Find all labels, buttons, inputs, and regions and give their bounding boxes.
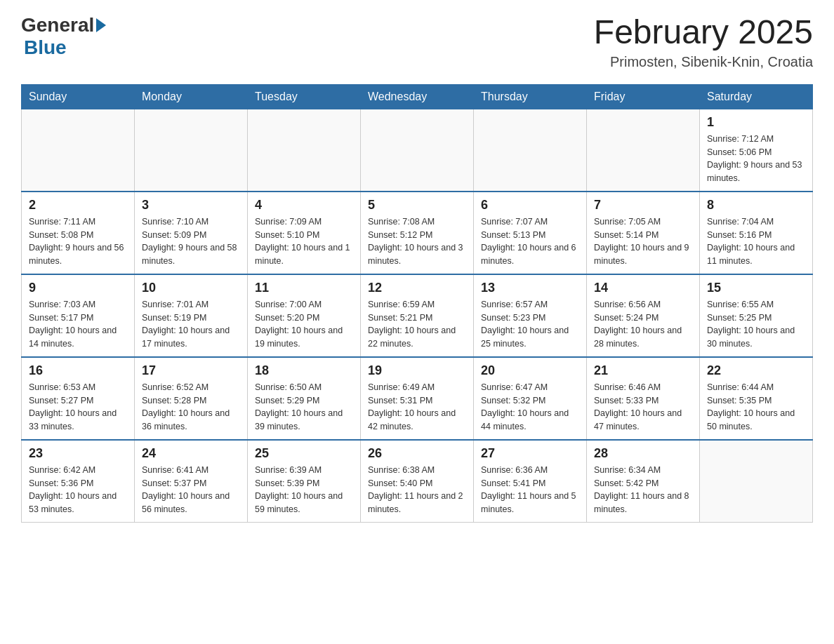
day-info-24: Sunrise: 6:41 AM Sunset: 5:37 PM Dayligh… bbox=[142, 464, 240, 516]
day-number-23: 23 bbox=[29, 446, 127, 461]
cell-week1-day1: 3Sunrise: 7:10 AM Sunset: 5:09 PM Daylig… bbox=[135, 192, 248, 274]
cell-week4-day3: 26Sunrise: 6:38 AM Sunset: 5:40 PM Dayli… bbox=[361, 440, 474, 523]
cell-week0-day2 bbox=[248, 109, 361, 192]
logo-text-general: General bbox=[21, 14, 94, 36]
cell-week1-day4: 6Sunrise: 7:07 AM Sunset: 5:13 PM Daylig… bbox=[474, 192, 587, 274]
day-info-2: Sunrise: 7:11 AM Sunset: 5:08 PM Dayligh… bbox=[29, 215, 127, 268]
week-row-0: 1Sunrise: 7:12 AM Sunset: 5:06 PM Daylig… bbox=[22, 109, 813, 192]
day-info-15: Sunrise: 6:55 AM Sunset: 5:25 PM Dayligh… bbox=[707, 298, 805, 351]
day-info-3: Sunrise: 7:10 AM Sunset: 5:09 PM Dayligh… bbox=[142, 215, 240, 268]
day-number-14: 14 bbox=[594, 281, 692, 295]
day-number-17: 17 bbox=[142, 363, 240, 378]
day-info-21: Sunrise: 6:46 AM Sunset: 5:33 PM Dayligh… bbox=[594, 381, 692, 434]
cell-week3-day0: 16Sunrise: 6:53 AM Sunset: 5:27 PM Dayli… bbox=[22, 357, 135, 440]
header-tuesday: Tuesday bbox=[248, 84, 361, 109]
day-info-12: Sunrise: 6:59 AM Sunset: 5:21 PM Dayligh… bbox=[368, 298, 466, 351]
cell-week0-day0 bbox=[22, 109, 135, 192]
day-number-1: 1 bbox=[707, 115, 805, 130]
cell-week2-day0: 9Sunrise: 7:03 AM Sunset: 5:17 PM Daylig… bbox=[22, 274, 135, 357]
cell-week3-day2: 18Sunrise: 6:50 AM Sunset: 5:29 PM Dayli… bbox=[248, 357, 361, 440]
cell-week4-day0: 23Sunrise: 6:42 AM Sunset: 5:36 PM Dayli… bbox=[22, 440, 135, 523]
day-number-26: 26 bbox=[368, 446, 466, 461]
day-info-8: Sunrise: 7:04 AM Sunset: 5:16 PM Dayligh… bbox=[707, 215, 805, 268]
day-info-5: Sunrise: 7:08 AM Sunset: 5:12 PM Dayligh… bbox=[368, 215, 466, 268]
cell-week3-day5: 21Sunrise: 6:46 AM Sunset: 5:33 PM Dayli… bbox=[587, 357, 700, 440]
cell-week1-day3: 5Sunrise: 7:08 AM Sunset: 5:12 PM Daylig… bbox=[361, 192, 474, 274]
cell-week3-day6: 22Sunrise: 6:44 AM Sunset: 5:35 PM Dayli… bbox=[700, 357, 813, 440]
cell-week4-day5: 28Sunrise: 6:34 AM Sunset: 5:42 PM Dayli… bbox=[587, 440, 700, 523]
day-number-4: 4 bbox=[255, 198, 353, 213]
day-number-7: 7 bbox=[594, 198, 692, 213]
cell-week4-day2: 25Sunrise: 6:39 AM Sunset: 5:39 PM Dayli… bbox=[248, 440, 361, 523]
day-number-10: 10 bbox=[142, 281, 240, 295]
day-number-12: 12 bbox=[368, 281, 466, 295]
cell-week0-day1 bbox=[135, 109, 248, 192]
header-row: Sunday Monday Tuesday Wednesday Thursday… bbox=[22, 84, 813, 109]
cell-week0-day4 bbox=[474, 109, 587, 192]
cell-week1-day5: 7Sunrise: 7:05 AM Sunset: 5:14 PM Daylig… bbox=[587, 192, 700, 274]
day-info-4: Sunrise: 7:09 AM Sunset: 5:10 PM Dayligh… bbox=[255, 215, 353, 268]
day-info-20: Sunrise: 6:47 AM Sunset: 5:32 PM Dayligh… bbox=[481, 381, 579, 434]
day-number-11: 11 bbox=[255, 281, 353, 295]
day-number-9: 9 bbox=[29, 281, 127, 295]
calendar-subtitle: Primosten, Sibenik-Knin, Croatia bbox=[594, 54, 813, 70]
day-number-24: 24 bbox=[142, 446, 240, 461]
day-info-11: Sunrise: 7:00 AM Sunset: 5:20 PM Dayligh… bbox=[255, 298, 353, 351]
cell-week3-day3: 19Sunrise: 6:49 AM Sunset: 5:31 PM Dayli… bbox=[361, 357, 474, 440]
day-info-10: Sunrise: 7:01 AM Sunset: 5:19 PM Dayligh… bbox=[142, 298, 240, 351]
logo: General Blue bbox=[21, 14, 108, 59]
cell-week2-day2: 11Sunrise: 7:00 AM Sunset: 5:20 PM Dayli… bbox=[248, 274, 361, 357]
day-info-23: Sunrise: 6:42 AM Sunset: 5:36 PM Dayligh… bbox=[29, 464, 127, 516]
cell-week0-day6: 1Sunrise: 7:12 AM Sunset: 5:06 PM Daylig… bbox=[700, 109, 813, 192]
cell-week1-day0: 2Sunrise: 7:11 AM Sunset: 5:08 PM Daylig… bbox=[22, 192, 135, 274]
day-info-25: Sunrise: 6:39 AM Sunset: 5:39 PM Dayligh… bbox=[255, 464, 353, 516]
day-number-2: 2 bbox=[29, 198, 127, 213]
header-friday: Friday bbox=[587, 84, 700, 109]
day-number-27: 27 bbox=[481, 446, 579, 461]
header-thursday: Thursday bbox=[474, 84, 587, 109]
calendar-title: February 2025 bbox=[594, 14, 813, 51]
day-info-14: Sunrise: 6:56 AM Sunset: 5:24 PM Dayligh… bbox=[594, 298, 692, 351]
day-number-21: 21 bbox=[594, 363, 692, 378]
cell-week2-day6: 15Sunrise: 6:55 AM Sunset: 5:25 PM Dayli… bbox=[700, 274, 813, 357]
day-info-6: Sunrise: 7:07 AM Sunset: 5:13 PM Dayligh… bbox=[481, 215, 579, 268]
day-number-3: 3 bbox=[142, 198, 240, 213]
cell-week0-day5 bbox=[587, 109, 700, 192]
day-number-15: 15 bbox=[707, 281, 805, 295]
day-info-19: Sunrise: 6:49 AM Sunset: 5:31 PM Dayligh… bbox=[368, 381, 466, 434]
day-number-22: 22 bbox=[707, 363, 805, 378]
day-number-16: 16 bbox=[29, 363, 127, 378]
day-info-1: Sunrise: 7:12 AM Sunset: 5:06 PM Dayligh… bbox=[707, 133, 805, 185]
day-info-22: Sunrise: 6:44 AM Sunset: 5:35 PM Dayligh… bbox=[707, 381, 805, 434]
day-number-19: 19 bbox=[368, 363, 466, 378]
day-number-5: 5 bbox=[368, 198, 466, 213]
day-number-18: 18 bbox=[255, 363, 353, 378]
day-info-13: Sunrise: 6:57 AM Sunset: 5:23 PM Dayligh… bbox=[481, 298, 579, 351]
week-row-2: 9Sunrise: 7:03 AM Sunset: 5:17 PM Daylig… bbox=[22, 274, 813, 357]
cell-week4-day1: 24Sunrise: 6:41 AM Sunset: 5:37 PM Dayli… bbox=[135, 440, 248, 523]
title-section: February 2025 Primosten, Sibenik-Knin, C… bbox=[594, 14, 813, 70]
day-number-13: 13 bbox=[481, 281, 579, 295]
day-number-20: 20 bbox=[481, 363, 579, 378]
cell-week4-day4: 27Sunrise: 6:36 AM Sunset: 5:41 PM Dayli… bbox=[474, 440, 587, 523]
day-info-27: Sunrise: 6:36 AM Sunset: 5:41 PM Dayligh… bbox=[481, 464, 579, 516]
day-number-8: 8 bbox=[707, 198, 805, 213]
day-info-9: Sunrise: 7:03 AM Sunset: 5:17 PM Dayligh… bbox=[29, 298, 127, 351]
cell-week3-day4: 20Sunrise: 6:47 AM Sunset: 5:32 PM Dayli… bbox=[474, 357, 587, 440]
day-info-16: Sunrise: 6:53 AM Sunset: 5:27 PM Dayligh… bbox=[29, 381, 127, 434]
cell-week2-day5: 14Sunrise: 6:56 AM Sunset: 5:24 PM Dayli… bbox=[587, 274, 700, 357]
logo-arrow-icon bbox=[96, 18, 106, 32]
header-saturday: Saturday bbox=[700, 84, 813, 109]
day-number-28: 28 bbox=[594, 446, 692, 461]
calendar-table: Sunday Monday Tuesday Wednesday Thursday… bbox=[21, 84, 813, 523]
day-info-26: Sunrise: 6:38 AM Sunset: 5:40 PM Dayligh… bbox=[368, 464, 466, 516]
week-row-1: 2Sunrise: 7:11 AM Sunset: 5:08 PM Daylig… bbox=[22, 192, 813, 274]
day-number-25: 25 bbox=[255, 446, 353, 461]
cell-week3-day1: 17Sunrise: 6:52 AM Sunset: 5:28 PM Dayli… bbox=[135, 357, 248, 440]
page-header: General Blue February 2025 Primosten, Si… bbox=[21, 14, 813, 70]
week-row-3: 16Sunrise: 6:53 AM Sunset: 5:27 PM Dayli… bbox=[22, 357, 813, 440]
header-sunday: Sunday bbox=[22, 84, 135, 109]
cell-week4-day6 bbox=[700, 440, 813, 523]
day-info-17: Sunrise: 6:52 AM Sunset: 5:28 PM Dayligh… bbox=[142, 381, 240, 434]
cell-week1-day6: 8Sunrise: 7:04 AM Sunset: 5:16 PM Daylig… bbox=[700, 192, 813, 274]
